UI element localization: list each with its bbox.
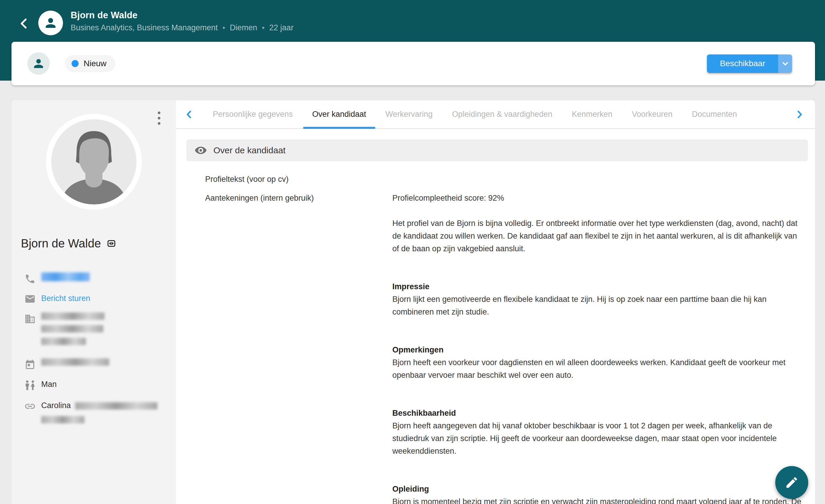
person-icon (32, 57, 45, 70)
eye-in-box-icon (107, 239, 116, 248)
linked-contact: Carolina (41, 400, 157, 423)
redacted-address-line-1 (41, 313, 104, 320)
envelope-icon (23, 292, 36, 305)
message-row: Bericht sturen (23, 292, 176, 305)
chevron-right-icon (794, 109, 805, 120)
subtitle-age: 22 jaar (269, 23, 294, 32)
toolbar-avatar (27, 52, 50, 75)
notes-section-impressie: Impressie Bjorn lijkt een gemotiveerde e… (392, 280, 802, 318)
status-badge: Nieuw (65, 55, 116, 72)
notes-section-body: Bjorn heeft aangegeven dat hij vanaf okt… (392, 420, 802, 457)
redacted-address (41, 313, 104, 350)
chevron-left-icon (184, 109, 195, 120)
calendar-icon (23, 358, 36, 370)
building-icon (23, 313, 36, 350)
candidate-subtitle: Busines Analytics, Business Management D… (71, 23, 293, 32)
tab-voorkeuren[interactable]: Voorkeuren (622, 100, 682, 128)
availability-button[interactable]: Beschikbaar (707, 55, 778, 73)
status-toolbar: Nieuw Beschikbaar (11, 42, 815, 85)
profile-tab-bar: Persoonlijke gegevens Over kandidaat Wer… (176, 100, 815, 129)
notes-label: Aantekeningen (intern gebruik) (205, 192, 392, 504)
tab-opleidingen-vaardigheden[interactable]: Opleidingen & vaardigheden (442, 100, 562, 128)
tab-werkervaring[interactable]: Werkervaring (376, 100, 442, 128)
notes-intro-paragraph: Het profiel van de Bjorn is bijna volled… (392, 217, 802, 255)
linked-contact-row: Carolina (23, 400, 176, 423)
redacted-address-line-2 (41, 325, 103, 332)
eye-icon (194, 144, 207, 157)
profile-text-value (392, 173, 802, 186)
profile-text-field: Profieltekst (voor op cv) (205, 173, 802, 186)
notes-section-body: Bjorn is momenteel bezig met zijn script… (392, 496, 802, 504)
kebab-menu-icon (158, 111, 160, 114)
candidate-sidebar: Bjorn de Walde (12, 100, 176, 504)
profile-text-label: Profieltekst (voor op cv) (205, 173, 392, 186)
tab-over-kandidaat[interactable]: Over kandidaat (303, 100, 376, 128)
person-icon (43, 16, 58, 30)
content-area: Bjorn de Walde (12, 100, 815, 504)
linked-contact-name: Carolina (41, 401, 71, 410)
redacted-phone-number[interactable] (41, 272, 90, 281)
tabs-scroll-left-button[interactable] (182, 100, 196, 128)
gender-value: Man (41, 379, 57, 392)
notes-section-heading: Impressie (392, 280, 802, 293)
subtitle-city: Diemen (230, 23, 257, 32)
notes-section-beschikbaarheid: Beschikbaarheid Bjorn heeft aangegeven d… (392, 407, 802, 457)
address-row (23, 313, 176, 350)
notes-field: Aantekeningen (intern gebruik) Profielco… (205, 192, 802, 504)
tab-documenten[interactable]: Documenten (682, 100, 747, 128)
phone-icon (23, 272, 36, 284)
chain-link-icon (23, 400, 36, 423)
tabs-scroll-right-button[interactable] (793, 100, 806, 128)
redacted-birth-date (41, 358, 109, 366)
subtitle-fields: Busines Analytics, Business Management (71, 23, 218, 32)
avatar (38, 11, 63, 35)
notes-section-opmerkingen: Opmerkingen Bjorn heeft een voorkeur voo… (392, 344, 802, 382)
section-fields: Profieltekst (voor op cv) Aantekeningen … (176, 161, 815, 504)
separator-dot (223, 27, 225, 29)
redacted-linked-contact-line-2 (41, 416, 84, 423)
contact-details-list: Bericht sturen (23, 272, 176, 423)
tab-kenmerken[interactable]: Kenmerken (562, 100, 622, 128)
notes-section-heading: Opmerkingen (392, 344, 802, 356)
chevron-down-icon (781, 59, 790, 68)
notes-section-body: Bjorn lijkt een gemotiveerde en flexibel… (392, 293, 802, 318)
notes-section-opleiding: Opleiding Bjorn is momenteel bezig met z… (392, 483, 802, 504)
candidate-main-panel: Persoonlijke gegevens Over kandidaat Wer… (176, 100, 815, 504)
profile-completeness-score: Profielcompleetheid score: 92% (392, 192, 802, 204)
chevron-left-icon (16, 16, 32, 31)
notes-section-heading: Opleiding (392, 483, 802, 496)
back-button[interactable] (16, 16, 32, 31)
profile-photo (46, 114, 142, 210)
edit-fab-button[interactable] (775, 466, 808, 499)
section-header: Over de kandidaat (186, 140, 808, 161)
phone-row (23, 272, 176, 284)
notes-section-body: Bjorn heeft een voorkeur voor dagdienste… (392, 356, 802, 382)
redacted-address-line-3 (41, 338, 86, 345)
gender-row: Man (23, 379, 176, 392)
redacted-linked-contact-suffix (75, 402, 157, 410)
sidebar-candidate-name: Bjorn de Walde (21, 237, 176, 250)
male-silhouette-icon (51, 119, 137, 204)
availability-split-button: Beschikbaar (707, 55, 792, 73)
pencil-icon (785, 476, 799, 490)
send-message-link[interactable]: Bericht sturen (41, 292, 90, 305)
status-badge-label: Nieuw (84, 59, 106, 68)
notes-section-heading: Beschikbaarheid (392, 407, 802, 420)
availability-dropdown-button[interactable] (778, 55, 792, 73)
anonymize-toggle-button[interactable] (107, 239, 116, 248)
tab-persoonlijke-gegevens[interactable]: Persoonlijke gegevens (203, 100, 303, 128)
page-title: Bjorn de Walde (71, 10, 138, 21)
section-title: Over de kandidaat (213, 145, 286, 155)
separator-dot (262, 27, 264, 29)
sidebar-menu-button[interactable] (153, 110, 165, 126)
notes-value: Profielcompleetheid score: 92% Het profi… (392, 192, 802, 504)
birthdate-row (23, 358, 176, 370)
status-dot-icon (72, 60, 79, 67)
male-female-icon (23, 379, 36, 392)
